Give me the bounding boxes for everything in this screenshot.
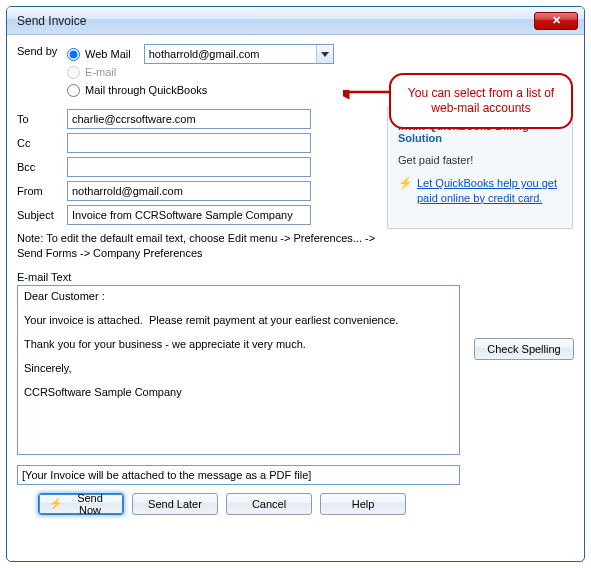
radio-quickbooks[interactable]: [67, 84, 80, 97]
form-area: Send by Web Mail hotharrold@gmail.com: [17, 45, 387, 515]
radio-webmail-label: Web Mail: [85, 48, 131, 60]
radio-email: [67, 66, 80, 79]
to-label: To: [17, 113, 67, 125]
bolt-icon: ⚡: [49, 497, 63, 510]
to-field[interactable]: [67, 109, 311, 129]
bolt-icon: ⚡: [398, 176, 413, 190]
radio-quickbooks-label: Mail through QuickBooks: [85, 84, 207, 96]
cc-field[interactable]: [67, 133, 311, 153]
attachment-note: [Your Invoice will be attached to the me…: [17, 465, 460, 485]
cancel-label: Cancel: [252, 498, 286, 510]
bcc-field[interactable]: [67, 157, 311, 177]
promo-subheading: Get paid faster!: [398, 154, 562, 166]
bcc-label: Bcc: [17, 161, 67, 173]
from-label: From: [17, 185, 67, 197]
webmail-account-combo[interactable]: hotharrold@gmail.com: [144, 44, 334, 64]
check-spelling-button[interactable]: Check Spelling: [474, 338, 574, 360]
cancel-button[interactable]: Cancel: [226, 493, 312, 515]
radio-webmail[interactable]: [67, 48, 80, 61]
send-now-button[interactable]: ⚡ Send Now: [38, 493, 124, 515]
check-spelling-label: Check Spelling: [487, 343, 560, 355]
titlebar[interactable]: Send Invoice ✕: [7, 7, 584, 35]
callout-bubble: You can select from a list of web-mail a…: [389, 73, 573, 129]
close-button[interactable]: ✕: [534, 12, 578, 30]
from-field[interactable]: [67, 181, 311, 201]
help-label: Help: [352, 498, 375, 510]
send-invoice-window: Send Invoice ✕ You can select from a lis…: [6, 6, 585, 562]
close-icon: ✕: [552, 14, 561, 27]
chevron-down-icon[interactable]: [316, 45, 333, 63]
callout-arrow-icon: [343, 90, 395, 102]
radio-email-label: E-mail: [85, 66, 116, 78]
send-later-button[interactable]: Send Later: [132, 493, 218, 515]
promo-link[interactable]: Let QuickBooks help you get paid online …: [417, 176, 562, 206]
email-text-area[interactable]: [17, 285, 460, 455]
send-later-label: Send Later: [148, 498, 202, 510]
help-button[interactable]: Help: [320, 493, 406, 515]
callout-text: You can select from a list of web-mail a…: [399, 86, 563, 116]
sendby-label: Send by: [17, 45, 67, 57]
email-text-label: E-mail Text: [17, 271, 387, 283]
cc-label: Cc: [17, 137, 67, 149]
subject-label: Subject: [17, 209, 67, 221]
edit-note: Note: To edit the default email text, ch…: [17, 231, 387, 261]
subject-field[interactable]: [67, 205, 311, 225]
send-now-label: Send Now: [67, 492, 113, 516]
webmail-account-value: hotharrold@gmail.com: [149, 48, 260, 60]
window-title: Send Invoice: [17, 14, 534, 28]
